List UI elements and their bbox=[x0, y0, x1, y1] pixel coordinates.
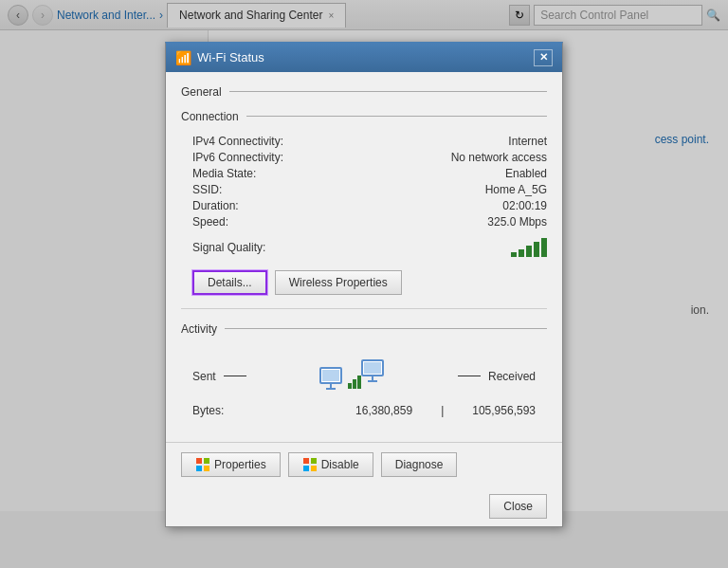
ssid-label: SSID: bbox=[192, 183, 344, 196]
activity-row: Sent bbox=[181, 347, 547, 404]
signal-bar-3 bbox=[526, 246, 532, 257]
network-animation-icon bbox=[318, 353, 385, 400]
received-area: Received bbox=[458, 370, 536, 383]
wifi-title-icon: 📶 bbox=[175, 50, 191, 65]
signal-bar-4 bbox=[534, 242, 539, 257]
svg-rect-25 bbox=[303, 466, 309, 471]
svg-rect-18 bbox=[357, 376, 361, 389]
dialog-close-button[interactable]: ✕ bbox=[534, 49, 553, 66]
connection-info-grid: IPv4 Connectivity: Internet IPv6 Connect… bbox=[181, 135, 547, 229]
disable-button-label: Disable bbox=[321, 458, 359, 471]
signal-bars bbox=[344, 238, 547, 257]
connection-label: Connection bbox=[181, 110, 239, 123]
diagnose-button[interactable]: Diagnose bbox=[381, 452, 458, 477]
svg-rect-26 bbox=[311, 466, 317, 471]
received-label: Received bbox=[488, 370, 536, 383]
bytes-label: Bytes: bbox=[192, 404, 224, 417]
close-row: Close bbox=[166, 486, 562, 526]
dialog-title-text: Wi-Fi Status bbox=[197, 50, 264, 64]
details-buttons-row: Details... Wireless Properties bbox=[181, 270, 547, 295]
disable-button[interactable]: Disable bbox=[288, 452, 373, 477]
svg-rect-15 bbox=[368, 380, 377, 382]
dialog-title-area: 📶 Wi-Fi Status bbox=[175, 50, 264, 65]
general-section-header: General bbox=[181, 85, 547, 99]
activity-section: Activity Sent bbox=[181, 308, 547, 429]
svg-rect-13 bbox=[364, 362, 381, 374]
speed-value: 325.0 Mbps bbox=[344, 215, 547, 229]
svg-rect-20 bbox=[204, 458, 209, 464]
bytes-separator: | bbox=[441, 404, 444, 417]
svg-rect-22 bbox=[204, 466, 209, 471]
sent-line bbox=[224, 376, 246, 376]
bytes-row: Bytes: 16,380,859 | 105,956,593 bbox=[181, 404, 547, 429]
duration-label: Duration: bbox=[192, 199, 344, 212]
ipv6-value: No network access bbox=[344, 151, 547, 164]
activity-section-header: Activity bbox=[181, 317, 547, 336]
ipv4-value: Internet bbox=[344, 135, 547, 148]
bytes-sent: 16,380,859 bbox=[355, 404, 412, 417]
dialog-overlay: 📶 Wi-Fi Status ✕ General Connection IPv4… bbox=[0, 0, 728, 568]
bottom-buttons-row: Properties Disable Diagnose bbox=[166, 442, 562, 486]
signal-quality-row: Signal Quality: bbox=[181, 238, 547, 257]
windows-logo-disable bbox=[302, 457, 318, 472]
sent-label: Sent bbox=[192, 370, 216, 383]
svg-rect-19 bbox=[196, 458, 202, 464]
media-state-label: Media State: bbox=[192, 167, 344, 180]
svg-rect-24 bbox=[311, 458, 317, 464]
wifi-status-dialog: 📶 Wi-Fi Status ✕ General Connection IPv4… bbox=[165, 42, 563, 527]
duration-value: 02:00:19 bbox=[344, 199, 547, 212]
svg-rect-16 bbox=[348, 383, 352, 389]
ipv4-label: IPv4 Connectivity: bbox=[192, 135, 344, 148]
speed-label: Speed: bbox=[192, 215, 344, 229]
received-line bbox=[458, 376, 481, 376]
details-button[interactable]: Details... bbox=[192, 270, 267, 295]
sent-area: Sent bbox=[192, 370, 246, 383]
svg-rect-21 bbox=[196, 466, 202, 471]
connection-divider-line bbox=[246, 116, 547, 117]
svg-rect-23 bbox=[303, 458, 309, 464]
general-label: General bbox=[181, 85, 222, 99]
signal-bar-5 bbox=[541, 238, 547, 257]
windows-logo-properties bbox=[195, 457, 210, 472]
bytes-received: 105,956,593 bbox=[472, 404, 536, 417]
general-divider-line bbox=[229, 91, 547, 92]
close-button[interactable]: Close bbox=[489, 494, 547, 519]
ssid-value: Home A_5G bbox=[344, 183, 547, 196]
dialog-titlebar: 📶 Wi-Fi Status ✕ bbox=[166, 44, 562, 72]
properties-button-label: Properties bbox=[214, 458, 266, 471]
svg-rect-9 bbox=[322, 370, 339, 381]
signal-quality-label: Signal Quality: bbox=[192, 241, 344, 254]
svg-rect-17 bbox=[353, 379, 356, 389]
properties-button[interactable]: Properties bbox=[181, 452, 281, 477]
activity-divider-line bbox=[225, 328, 547, 329]
dialog-body: General Connection IPv4 Connectivity: In… bbox=[166, 72, 562, 442]
wireless-properties-button[interactable]: Wireless Properties bbox=[275, 270, 402, 295]
media-state-value: Enabled bbox=[344, 167, 547, 180]
signal-bar-2 bbox=[519, 249, 524, 257]
bytes-values: 16,380,859 | 105,956,593 bbox=[355, 404, 536, 417]
ipv6-label: IPv6 Connectivity: bbox=[192, 151, 344, 164]
connection-section-header: Connection bbox=[181, 110, 547, 123]
activity-label: Activity bbox=[181, 322, 217, 336]
network-svg bbox=[318, 353, 385, 400]
signal-bar-1 bbox=[511, 252, 517, 257]
svg-rect-11 bbox=[326, 388, 336, 390]
